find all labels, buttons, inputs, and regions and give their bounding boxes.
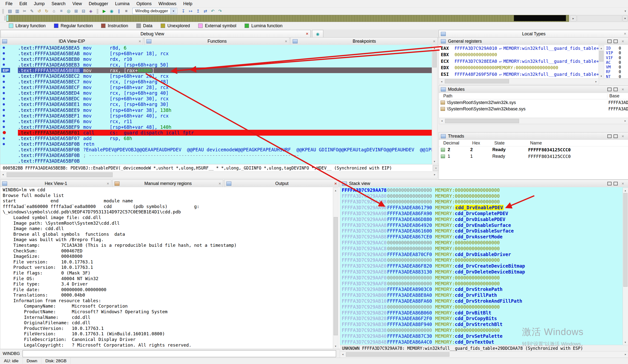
- disasm-line[interactable]: .text:FFFFA3ADEA65BEE9mov[rsp+68h+var_38…: [0, 107, 437, 113]
- restore-window-icon[interactable]: [607, 40, 612, 43]
- thread-row[interactable]: 22ReadyFFFFF8034125CCC0: [439, 146, 628, 153]
- target-icon[interactable]: ◎: [65, 8, 72, 14]
- scrollbar-thumb[interactable]: [432, 51, 437, 68]
- memory-jump-icon[interactable]: ↵: [499, 59, 501, 64]
- stack-row[interactable]: FFFFA3D7C929AAF00000000000000000MEMORY:0…: [340, 275, 628, 281]
- float-window-icon[interactable]: [614, 182, 618, 185]
- modules-panel[interactable]: Path Base \SystemRoot\System32\win32k.sy…: [439, 93, 628, 118]
- disasm-line[interactable]: .text:FFFFA3ADEA65BEB0movrdx, r10: [0, 56, 437, 62]
- stack-row[interactable]: FFFFA3D7C929AAF80000000000000000MEMORY:0…: [340, 281, 628, 287]
- panel-close-icon[interactable]: ×: [620, 87, 626, 92]
- register-memory-link[interactable]: MEMORY:0000000000000000: [497, 65, 558, 70]
- scroll-down-icon[interactable]: ▾: [333, 344, 338, 348]
- register-memory-link[interactable]: MEMORY:win32kfull__guard_fids_table+: [503, 72, 599, 77]
- scrollbar-thumb[interactable]: [334, 217, 338, 335]
- stack-row[interactable]: FFFFA3D7C929AB20FFFFA3ADEA86B060MEMORY:c…: [340, 310, 628, 316]
- tab-close-icon[interactable]: ×: [105, 181, 111, 186]
- remove-view-icon[interactable]: ⊟: [80, 8, 87, 14]
- toolbar-drag-grip[interactable]: [97, 8, 98, 13]
- threads-column-state[interactable]: State: [494, 141, 530, 146]
- scroll-down-icon[interactable]: ▾: [599, 74, 604, 78]
- stack-horizontal-scrollbar[interactable]: ◂ ▸: [340, 351, 628, 358]
- panel-title-threads[interactable]: Threads ×: [439, 132, 628, 140]
- disasm-line[interactable]: .text:FFFFA3ADEA65BEF9mov[rsp+68h+var_48…: [0, 124, 437, 130]
- scroll-right-icon[interactable]: ▸: [623, 352, 628, 356]
- menu-item-edit[interactable]: Edit: [16, 1, 30, 7]
- disasm-line[interactable]: .text:FFFFA3ADEA65BEE1movrcx, [rsp+68h+a…: [0, 102, 437, 107]
- navband-options-button[interactable]: ▾: [623, 15, 628, 22]
- panel-title-ida-view[interactable]: IDA View-EIP ×: [0, 37, 143, 45]
- edit-icon[interactable]: ✎: [28, 8, 35, 14]
- float-window-icon[interactable]: [614, 40, 618, 43]
- disasm-line[interactable]: .text:FFFFA3ADEA65BEA5movr8d, 6: [0, 45, 437, 51]
- tab-hex-view[interactable]: Hex View-1 ×: [0, 180, 111, 188]
- panel-title-functions[interactable]: Functions ×: [144, 37, 290, 45]
- stack-row[interactable]: FFFFA3D7C929AAA8FFFFA3ADEA864920MEMORY:c…: [340, 222, 628, 228]
- tab-close-icon[interactable]: ×: [332, 181, 339, 186]
- module-row[interactable]: \SystemRoot\System32\win32k.sysFFFFA3AD: [439, 99, 628, 106]
- chevron-down-icon[interactable]: ▾: [170, 8, 176, 14]
- stack-row[interactable]: FFFFA3D7C929AB08FFFFA3ADEA88E0A0MEMORY:c…: [340, 292, 628, 298]
- stack-row[interactable]: FFFFA3D7C929AAC80000000000000000MEMORY:0…: [340, 245, 628, 251]
- stack-row[interactable]: FFFFA3D7C929AAD0FFFFA3ADEA870CF0MEMORY:c…: [340, 251, 628, 257]
- threads-column-name[interactable]: Name: [530, 141, 628, 146]
- stack-row[interactable]: FFFFA3D7C929AB10FFFFA3ADEA88FA60MEMORY:c…: [340, 298, 628, 304]
- stack-row[interactable]: FFFFA3D7C929AA800000000000000000MEMORY:0…: [340, 193, 628, 199]
- scrollbar-thumb[interactable]: [445, 79, 509, 83]
- undo-icon[interactable]: ↺: [36, 8, 43, 14]
- tab-debug-view[interactable]: Debug View ×: [0, 30, 311, 38]
- stack-row[interactable]: FFFFA3D7C929AAB0FFFFA3ADEA861600MEMORY:c…: [340, 228, 628, 234]
- float-window-icon[interactable]: [614, 87, 618, 91]
- stack-row[interactable]: FFFFA3D7C929AAA0FFFFA3ADEA86D880MEMORY:c…: [340, 216, 628, 222]
- stack-row[interactable]: FFFFA3D7C929AA880000000000000000MEMORY:0…: [340, 199, 628, 205]
- tab-collapsed-view[interactable]: ◉: [312, 30, 323, 38]
- tab-manual-memory-regions[interactable]: Manual memory regions ×: [112, 180, 223, 188]
- stack-row[interactable]: FFFFA3D7C929AAB8FFFFA3ADEA867CE0MEMORY:c…: [340, 234, 628, 240]
- scrollbar-thumb[interactable]: [346, 352, 449, 357]
- panel-close-icon[interactable]: ×: [431, 39, 437, 44]
- disassembly-horizontal-scrollbar[interactable]: ◂ ▸: [0, 171, 438, 178]
- disassembly-view[interactable]: .text:FFFFA3ADEA65BEA5movr8d, 6.text:FFF…: [0, 45, 437, 164]
- disassembly-vertical-scrollbar[interactable]: ▴ ▾: [432, 45, 437, 164]
- threads-panel[interactable]: Decimal Hex State Name 22ReadyFFFFF80341…: [439, 140, 628, 180]
- menu-item-lumina[interactable]: Lumina: [112, 1, 133, 7]
- add-view-icon[interactable]: ⊞: [73, 8, 79, 14]
- stack-view-panel[interactable]: FFFFA3D7C929AA780000000000000000MEMORY:0…: [340, 187, 628, 345]
- disasm-line[interactable]: .text:FFFFA3ADEA65BED4movrcx, [rsp+68h+a…: [0, 90, 437, 96]
- restore-window-icon[interactable]: [607, 182, 612, 185]
- scroll-right-icon[interactable]: ▸: [432, 172, 437, 177]
- redo-step-icon[interactable]: ↷: [217, 8, 224, 14]
- panel-close-icon[interactable]: ×: [620, 134, 626, 139]
- stop-process-icon[interactable]: ■: [123, 8, 130, 14]
- registers-vertical-scrollbar[interactable]: ▴ ▾: [599, 45, 604, 79]
- tab-close-icon[interactable]: ×: [304, 31, 310, 36]
- panel-close-icon[interactable]: ×: [620, 181, 626, 186]
- navigation-band[interactable]: [6, 15, 569, 22]
- disasm-line[interactable]: .text:FFFFA3ADEA65BEF6movrcx, r11: [0, 119, 437, 124]
- start-process-icon[interactable]: ▶: [101, 8, 108, 14]
- scroll-left-icon[interactable]: ◂: [340, 352, 345, 356]
- scrollbar-thumb[interactable]: [445, 119, 519, 123]
- cut-icon[interactable]: ✂: [21, 8, 28, 14]
- scroll-down-icon[interactable]: ▾: [432, 159, 437, 164]
- step-out-icon[interactable]: ↥: [195, 8, 201, 14]
- navband-drag-grip[interactable]: [4, 15, 6, 20]
- disasm-line[interactable]: .text:FFFFA3ADEA65BF0B: [0, 158, 437, 164]
- restore-window-icon[interactable]: [607, 87, 612, 91]
- module-row[interactable]: \SystemRoot\System32\win32kbase.sysFFFFA…: [439, 106, 628, 112]
- disasm-line[interactable]: EIP.text:FFFFA3ADEA65BEBBmovrax, [rax+0A…: [0, 68, 437, 73]
- scroll-right-icon[interactable]: ▸: [594, 79, 598, 84]
- menu-item-view[interactable]: View: [69, 1, 85, 7]
- restore-window-icon[interactable]: [607, 135, 612, 138]
- menu-item-file[interactable]: File: [2, 1, 16, 7]
- status-dropdown-icon[interactable]: ▾: [433, 165, 439, 171]
- step-over-icon[interactable]: ↦: [187, 8, 194, 14]
- scroll-up-icon[interactable]: ▴: [623, 188, 628, 193]
- tab-close-icon[interactable]: ×: [622, 31, 628, 36]
- menu-item-debugger[interactable]: Debugger: [85, 1, 112, 7]
- tab-output[interactable]: Output ×: [224, 180, 339, 188]
- save-icon[interactable]: ▤: [6, 8, 13, 14]
- stack-vertical-scrollbar[interactable]: ▴ ▾: [623, 187, 628, 345]
- scroll-left-icon[interactable]: ◂: [439, 79, 444, 84]
- menu-item-windows[interactable]: Windows: [155, 1, 180, 7]
